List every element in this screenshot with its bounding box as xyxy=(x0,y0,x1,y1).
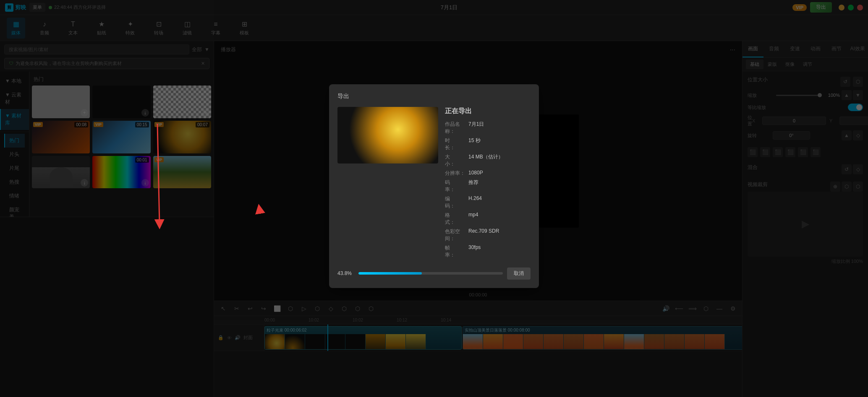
info-key-7: 色彩空间： xyxy=(445,228,468,242)
info-row-8: 帧 率： 30fps xyxy=(445,244,531,259)
dialog-overlay: 导出 正在导出 作品名称： 7月1日 时 长： 15 秒 大 小： 14 MB（… xyxy=(0,0,868,397)
info-val-8: 30fps xyxy=(468,244,481,259)
progress-percent: 43.8% xyxy=(337,270,354,276)
dialog-footer: 43.8% 取消 xyxy=(337,267,531,280)
info-key-4: 码 率： xyxy=(445,179,468,193)
info-key-2: 大 小： xyxy=(445,153,468,168)
info-row-7: 色彩空间： Rec.709 SDR xyxy=(445,228,531,242)
info-row-5: 编 码： H.264 xyxy=(445,195,531,210)
dialog-title: 导出 xyxy=(337,93,531,100)
info-val-7: Rec.709 SDR xyxy=(468,228,499,242)
export-status: 正在导出 xyxy=(445,107,531,116)
info-row-2: 大 小： 14 MB（估计） xyxy=(445,153,531,168)
info-val-5: H.264 xyxy=(468,195,482,210)
info-val-1: 15 秒 xyxy=(468,137,481,151)
progress-bar xyxy=(358,272,503,275)
info-row-0: 作品名称： 7月1日 xyxy=(445,121,531,135)
info-val-0: 7月1日 xyxy=(468,121,484,135)
info-key-0: 作品名称： xyxy=(445,121,468,135)
info-row-6: 格 式： mp4 xyxy=(445,212,531,226)
info-val-3: 1080P xyxy=(468,170,483,177)
info-row-1: 时 长： 15 秒 xyxy=(445,137,531,151)
export-dialog: 导出 正在导出 作品名称： 7月1日 时 长： 15 秒 大 小： 14 MB（… xyxy=(329,84,539,288)
info-row-4: 码 率： 推荐 xyxy=(445,179,531,193)
info-val-2: 14 MB（估计） xyxy=(468,153,503,168)
info-key-1: 时 长： xyxy=(445,137,468,151)
progress-bar-fill xyxy=(358,272,422,275)
info-key-6: 格 式： xyxy=(445,212,468,226)
cancel-button[interactable]: 取消 xyxy=(507,267,531,280)
info-val-6: mp4 xyxy=(468,212,478,226)
info-key-8: 帧 率： xyxy=(445,244,468,259)
info-key-3: 分辨率： xyxy=(445,170,468,177)
dialog-info: 正在导出 作品名称： 7月1日 时 长： 15 秒 大 小： 14 MB（估计）… xyxy=(445,107,531,261)
dialog-body: 正在导出 作品名称： 7月1日 时 长： 15 秒 大 小： 14 MB（估计）… xyxy=(337,107,531,261)
dialog-preview xyxy=(337,107,438,163)
info-row-3: 分辨率： 1080P xyxy=(445,170,531,177)
info-val-4: 推荐 xyxy=(468,179,478,193)
info-key-5: 编 码： xyxy=(445,195,468,210)
